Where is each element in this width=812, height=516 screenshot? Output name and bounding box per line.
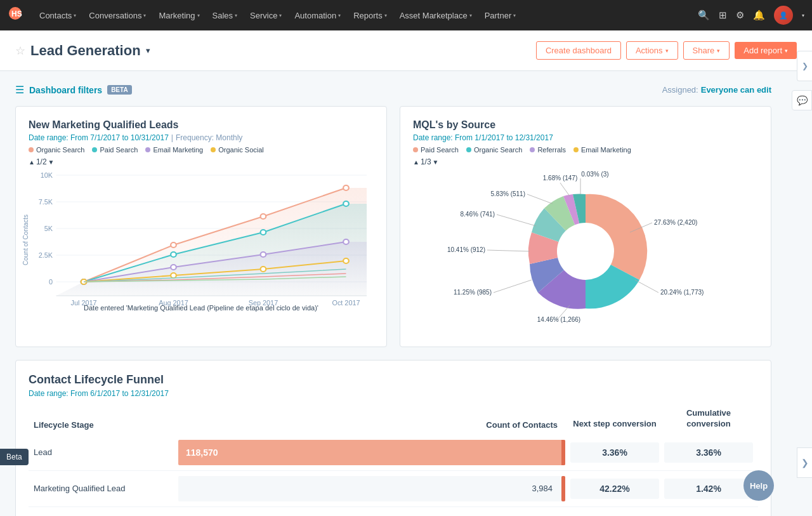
svg-point-26 (343, 201, 349, 206)
notifications-icon[interactable]: 🔔 (753, 10, 765, 21)
sub-header: ☆ Lead Generation ▾ Create dashboard Act… (0, 30, 812, 71)
svg-point-20 (261, 214, 266, 219)
col-count: Count of Contacts (178, 420, 565, 430)
filters-left: ☰ Dashboard filters BETA (15, 84, 132, 96)
svg-point-34 (261, 267, 266, 272)
help-button[interactable]: Help (743, 470, 774, 501)
svg-text:5K: 5K (44, 225, 53, 232)
donut-chart-svg: .pie-label { font-size: 10px; fill: #334… (433, 169, 738, 334)
mql-by-source-card: MQL's by Source Date range: From 1/1/201… (400, 106, 771, 347)
bar-lead: 118,570 (178, 440, 565, 465)
svg-text:7.5K: 7.5K (39, 199, 53, 206)
chart2-pagination: ▲ 1/3 ▼ (413, 157, 758, 166)
svg-text:20.24% (1,773): 20.24% (1,773) (660, 289, 704, 296)
add-report-button[interactable]: Add report▾ (735, 42, 797, 59)
stage-lead: Lead (34, 447, 173, 457)
svg-point-35 (343, 258, 349, 263)
svg-line-51 (560, 183, 570, 196)
grid-icon[interactable]: ⊞ (719, 10, 727, 21)
settings-icon[interactable]: ⚙ (736, 10, 744, 21)
chart1-date: Date range: From 7/1/2017 to 10/31/2017 … (29, 133, 374, 142)
user-avatar[interactable]: 👤 (774, 6, 793, 25)
chart2-next-icon[interactable]: ▼ (433, 159, 439, 166)
svg-point-24 (171, 252, 176, 257)
chart2-prev-icon[interactable]: ▲ (413, 159, 419, 166)
svg-text:5.83% (511): 5.83% (511) (491, 190, 525, 197)
nav-item-contacts[interactable]: Contacts▾ (33, 0, 82, 30)
main-content: ☰ Dashboard filters BETA Assigned: Every… (0, 71, 787, 516)
svg-text:10.41% (912): 10.41% (912) (447, 246, 485, 253)
legend-item-email-marketing: Email Marketing (145, 146, 203, 154)
chart1-title: New Marketing Qualified Leads (29, 119, 374, 131)
search-icon[interactable]: 🔍 (698, 10, 710, 21)
nav-item-conversations[interactable]: Conversations▾ (82, 0, 152, 30)
nav-item-service[interactable]: Service▾ (244, 0, 288, 30)
chart2-page: 1/3 (421, 157, 431, 166)
legend-item-organic-search: Organic Search (29, 146, 84, 154)
svg-line-43 (494, 280, 532, 293)
filters-bar: ☰ Dashboard filters BETA Assigned: Every… (15, 84, 771, 96)
col-next: Next step conversion (570, 419, 659, 430)
next-page-button[interactable]: ❯ (797, 447, 812, 478)
line-chart-svg: 10K 7.5K 5K 2.5K 0 Jul 2017 Aug 2017 Sep… (29, 169, 374, 308)
svg-text:2.5K: 2.5K (39, 252, 53, 259)
svg-line-49 (527, 194, 553, 204)
svg-text:27.63% (2,420): 27.63% (2,420) (654, 219, 697, 226)
nav-item-reports[interactable]: Reports▾ (347, 0, 393, 30)
dashboard-filters-label[interactable]: Dashboard filters (29, 85, 102, 95)
beta-badge: BETA (107, 85, 131, 95)
share-button[interactable]: Share▾ (683, 41, 730, 60)
svg-text:10K: 10K (41, 172, 53, 179)
svg-point-29 (171, 265, 176, 270)
new-mql-card: New Marketing Qualified Leads Date range… (15, 106, 387, 347)
pie-chart-container: .pie-label { font-size: 10px; fill: #334… (413, 169, 758, 334)
svg-text:Oct 2017: Oct 2017 (332, 300, 360, 307)
hubspot-logo[interactable]: HS (8, 6, 23, 25)
svg-text:1.68% (147): 1.68% (147) (543, 175, 577, 182)
sub-header-actions: Create dashboard Actions▾ Share▾ Add rep… (536, 41, 797, 60)
chart2-legend: Paid Search Organic Search Referrals Ema… (413, 146, 758, 154)
assigned-prefix: Assigned: (662, 85, 698, 95)
user-caret[interactable]: ▾ (802, 13, 804, 18)
cumulative-mql: 1.42% (664, 479, 753, 499)
legend-paid-search: Paid Search (413, 146, 459, 154)
chart1-pagination: ▲ 1/2 ▼ (29, 157, 374, 166)
next-conversion-mql: 42.22% (570, 479, 659, 499)
legend-item-paid-search: Paid Search (92, 146, 138, 154)
svg-point-36 (557, 223, 614, 280)
legend-email-marketing: Email Marketing (573, 146, 631, 154)
create-dashboard-button[interactable]: Create dashboard (536, 41, 621, 60)
chat-widget[interactable]: 💬 (792, 90, 812, 110)
svg-text:Aug 2017: Aug 2017 (159, 300, 188, 307)
nav-item-asset-marketplace[interactable]: Asset Marketplace▾ (393, 0, 478, 30)
nav-item-automation[interactable]: Automation▾ (288, 0, 347, 30)
beta-tab[interactable]: Beta (0, 449, 29, 465)
col-cumulative: Cumulative conversion (664, 408, 753, 430)
chart1-prev-icon[interactable]: ▲ (29, 159, 35, 166)
svg-point-21 (343, 185, 349, 190)
actions-button[interactable]: Actions▾ (626, 41, 678, 60)
svg-line-47 (497, 215, 536, 226)
chart1-next-icon[interactable]: ▼ (48, 159, 55, 166)
chart1-page: 1/2 (36, 157, 47, 166)
nav-item-sales[interactable]: Sales▾ (206, 0, 244, 30)
funnel-table-header: Lifecycle Stage Count of Contacts Next s… (29, 408, 758, 430)
chart2-title: MQL's by Source (413, 119, 758, 131)
assigned-link[interactable]: Everyone can edit (701, 85, 771, 95)
svg-text:11.25% (985): 11.25% (985) (454, 289, 492, 296)
sidebar-collapse-button[interactable]: ❯ (797, 51, 812, 81)
favorite-star-icon[interactable]: ☆ (15, 44, 25, 58)
legend-organic-search: Organic Search (466, 146, 522, 154)
top-nav: HS Contacts▾ Conversations▾ Marketing▾ S… (0, 0, 812, 30)
funnel-date: Date range: From 6/1/2017 to 12/31/2017 (29, 389, 758, 398)
svg-point-33 (171, 273, 176, 278)
nav-item-marketing[interactable]: Marketing▾ (152, 0, 206, 30)
nav-item-partner[interactable]: Partner▾ (478, 0, 523, 30)
svg-line-45 (487, 250, 530, 251)
filters-icon: ☰ (15, 84, 24, 96)
svg-point-30 (261, 252, 266, 257)
svg-text:8.46% (741): 8.46% (741) (461, 211, 495, 218)
title-dropdown-icon[interactable]: ▾ (146, 46, 150, 55)
funnel-card: Contact Lifecycle Funnel Date range: Fro… (15, 360, 771, 516)
svg-text:0: 0 (49, 279, 53, 286)
